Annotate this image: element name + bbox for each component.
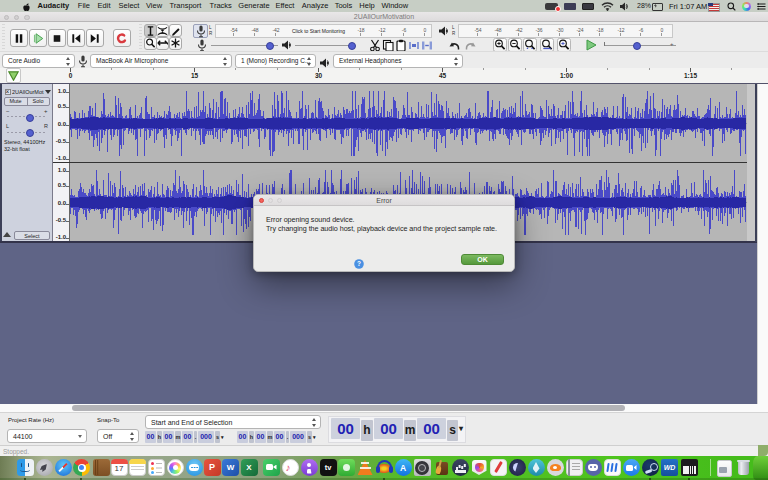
- svg-text:?: ?: [357, 260, 361, 267]
